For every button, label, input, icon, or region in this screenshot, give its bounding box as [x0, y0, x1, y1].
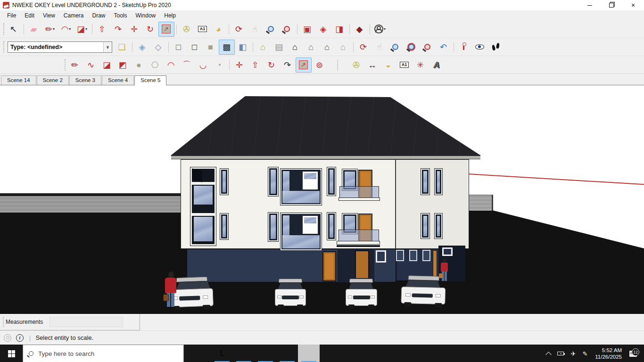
- scene-tab-3[interactable]: Scene 3: [69, 75, 101, 85]
- window[interactable]: [220, 169, 228, 195]
- file-explorer-app[interactable]: [233, 345, 255, 362]
- previous-view[interactable]: ↶: [436, 40, 452, 55]
- pie-tool[interactable]: ◔: [211, 58, 227, 73]
- basement-window[interactable]: [396, 250, 404, 261]
- view-front[interactable]: ⌂: [287, 40, 303, 55]
- action-center-button[interactable]: 12: [626, 351, 640, 357]
- style-xray[interactable]: ◈: [134, 40, 150, 55]
- basement-window[interactable]: [422, 250, 430, 261]
- close-button[interactable]: ×: [622, 0, 644, 10]
- view-left[interactable]: ⌂: [335, 40, 351, 55]
- view-right[interactable]: ⌂: [303, 40, 319, 55]
- view-iso[interactable]: ⌂: [255, 40, 271, 55]
- extension-manager[interactable]: ◆: [352, 22, 368, 37]
- car[interactable]: [346, 279, 377, 311]
- info-icon[interactable]: i: [16, 334, 24, 342]
- pen-icon[interactable]: ✎: [582, 350, 587, 357]
- move-tool[interactable]: ✛: [231, 58, 248, 73]
- person[interactable]: [440, 258, 449, 283]
- building[interactable]: [0, 85, 644, 314]
- scene-tab-5[interactable]: Scene 5: [134, 75, 166, 85]
- layout-app[interactable]: L: [211, 345, 233, 362]
- circle-tool[interactable]: ●: [131, 58, 147, 73]
- rotated-rectangle-tool[interactable]: ◩: [115, 58, 131, 73]
- rectangle-tool[interactable]: ◪: [99, 58, 115, 73]
- arc-tool[interactable]: ◠▾: [58, 22, 74, 37]
- select-tool[interactable]: ↖: [6, 22, 22, 37]
- view-top[interactable]: ▤: [271, 40, 287, 55]
- search-input[interactable]: [38, 350, 151, 357]
- classifier-tool[interactable]: ❏: [114, 40, 130, 55]
- follow-me-tool[interactable]: ↷: [280, 58, 296, 73]
- menu-window[interactable]: Window: [132, 11, 160, 20]
- menu-tools[interactable]: Tools: [110, 11, 132, 20]
- style-shaded-textures[interactable]: ▩: [219, 40, 235, 55]
- send-to-layout[interactable]: ◨: [331, 22, 347, 37]
- protractor-tool[interactable]: ◒: [380, 58, 396, 73]
- line-tool[interactable]: ✏: [67, 58, 83, 73]
- tape-measure-tool[interactable]: ✇: [348, 58, 364, 73]
- sketchup-app[interactable]: [298, 345, 320, 362]
- view-back[interactable]: ⌂: [319, 40, 335, 55]
- window[interactable]: [435, 169, 442, 195]
- basement-window[interactable]: [409, 250, 417, 261]
- airplane-mode-icon[interactable]: ✈: [570, 350, 576, 357]
- scene-tab-4[interactable]: Scene 4: [102, 75, 134, 85]
- menu-draw[interactable]: Draw: [88, 11, 110, 20]
- eraser-tool[interactable]: ▰: [26, 22, 42, 37]
- style-back-edges[interactable]: ◇: [150, 40, 166, 55]
- scene-tab-14[interactable]: Scene 14: [1, 75, 36, 85]
- basement-window[interactable]: [376, 250, 386, 263]
- chevron-down-icon[interactable]: ∨: [103, 42, 112, 52]
- rotate-tool[interactable]: ↻: [264, 58, 280, 73]
- rectangle-tool[interactable]: ◪▾: [74, 22, 90, 37]
- orbit-tool[interactable]: ⟳: [355, 40, 372, 55]
- window[interactable]: [327, 213, 336, 240]
- model-viewport[interactable]: [0, 85, 644, 314]
- window[interactable]: [435, 214, 442, 239]
- type-dropdown[interactable]: Type: <undefined> ∨: [8, 41, 112, 53]
- stairwell-window[interactable]: [190, 167, 216, 246]
- follow-me-tool[interactable]: ↷: [110, 22, 126, 37]
- 3-point-arc-tool[interactable]: ◡: [195, 58, 211, 73]
- window[interactable]: [220, 214, 228, 239]
- entry-door[interactable]: [355, 250, 369, 279]
- battery-icon[interactable]: ×: [557, 352, 564, 355]
- window[interactable]: [268, 167, 278, 196]
- line-tool[interactable]: ✏▾: [42, 22, 58, 37]
- photos-app[interactable]: [255, 345, 276, 362]
- zoom-window-tool[interactable]: [404, 40, 420, 55]
- account[interactable]: ▾: [372, 22, 388, 37]
- taskbar-clock[interactable]: 5:52 AM 11/26/2025: [595, 347, 622, 360]
- pan-tool[interactable]: ☝: [247, 22, 263, 37]
- large-window[interactable]: [281, 169, 322, 205]
- large-window[interactable]: [281, 213, 322, 250]
- window[interactable]: [327, 167, 336, 196]
- start-button[interactable]: [0, 345, 23, 362]
- menu-camera[interactable]: Camera: [59, 11, 88, 20]
- building-roof[interactable]: [170, 95, 482, 156]
- menu-file[interactable]: File: [3, 11, 20, 20]
- style-shaded[interactable]: ■: [203, 40, 219, 55]
- scale-tool[interactable]: ↗: [296, 58, 312, 73]
- 3d-text-tool[interactable]: A: [429, 58, 445, 73]
- walk-tool[interactable]: [488, 40, 504, 55]
- window[interactable]: [268, 213, 278, 241]
- polygon-tool[interactable]: ⎔: [147, 58, 163, 73]
- zoom-tool[interactable]: [263, 22, 279, 37]
- axes-tool[interactable]: ✳: [413, 58, 429, 73]
- restore-button[interactable]: [601, 0, 622, 10]
- facade-right[interactable]: [396, 159, 469, 249]
- extension-warehouse[interactable]: ◈: [315, 22, 331, 37]
- 2-point-arc-tool[interactable]: ⌒: [179, 58, 195, 73]
- window[interactable]: [421, 169, 429, 195]
- tray-chevron-icon[interactable]: [546, 352, 552, 358]
- basement-window[interactable]: [442, 247, 453, 256]
- arc-tool[interactable]: ◠: [163, 58, 179, 73]
- dimension-tool[interactable]: ↔: [364, 58, 380, 73]
- text-tool[interactable]: A1: [396, 58, 413, 73]
- task-view-button[interactable]: [190, 345, 211, 362]
- freehand-tool[interactable]: ∿: [83, 58, 99, 73]
- move-tool[interactable]: ✛: [126, 22, 142, 37]
- measurements-input[interactable]: [50, 317, 123, 327]
